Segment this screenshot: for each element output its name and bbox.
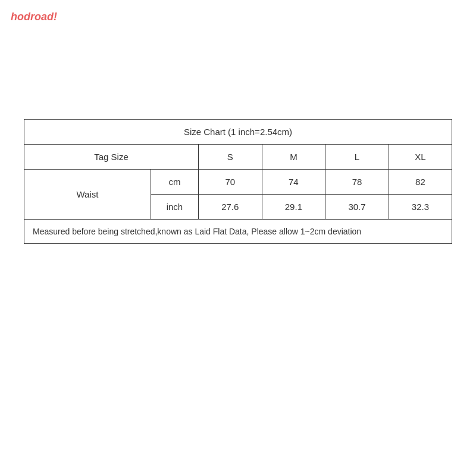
cm-s-value: 70 bbox=[198, 170, 262, 195]
inch-label: inch bbox=[151, 195, 198, 220]
inch-s-value: 27.6 bbox=[198, 195, 262, 220]
chart-title: Size Chart (1 inch=2.54cm) bbox=[24, 120, 452, 145]
brand-logo: hodroad! bbox=[11, 11, 57, 23]
size-m-header: M bbox=[262, 145, 325, 170]
size-s-header: S bbox=[198, 145, 262, 170]
size-chart-table: Size Chart (1 inch=2.54cm) Tag Size S M … bbox=[24, 120, 452, 243]
waist-cm-row: Waist cm 70 74 78 82 bbox=[24, 170, 452, 195]
note-text: Measured before being stretched,known as… bbox=[24, 220, 452, 244]
chart-header-row: Tag Size S M L XL bbox=[24, 145, 452, 170]
chart-title-row: Size Chart (1 inch=2.54cm) bbox=[24, 120, 452, 145]
size-xl-header: XL bbox=[389, 145, 452, 170]
cm-l-value: 78 bbox=[325, 170, 389, 195]
waist-label: Waist bbox=[24, 170, 151, 220]
inch-m-value: 29.1 bbox=[262, 195, 325, 220]
size-chart-container: Size Chart (1 inch=2.54cm) Tag Size S M … bbox=[24, 119, 452, 244]
size-l-header: L bbox=[325, 145, 389, 170]
logo-text: hodroad bbox=[11, 11, 54, 23]
inch-xl-value: 32.3 bbox=[389, 195, 452, 220]
inch-l-value: 30.7 bbox=[325, 195, 389, 220]
tag-size-header: Tag Size bbox=[24, 145, 198, 170]
cm-m-value: 74 bbox=[262, 170, 325, 195]
cm-label: cm bbox=[151, 170, 198, 195]
note-row: Measured before being stretched,known as… bbox=[24, 220, 452, 244]
cm-xl-value: 82 bbox=[389, 170, 452, 195]
logo-exclamation: ! bbox=[54, 11, 57, 23]
